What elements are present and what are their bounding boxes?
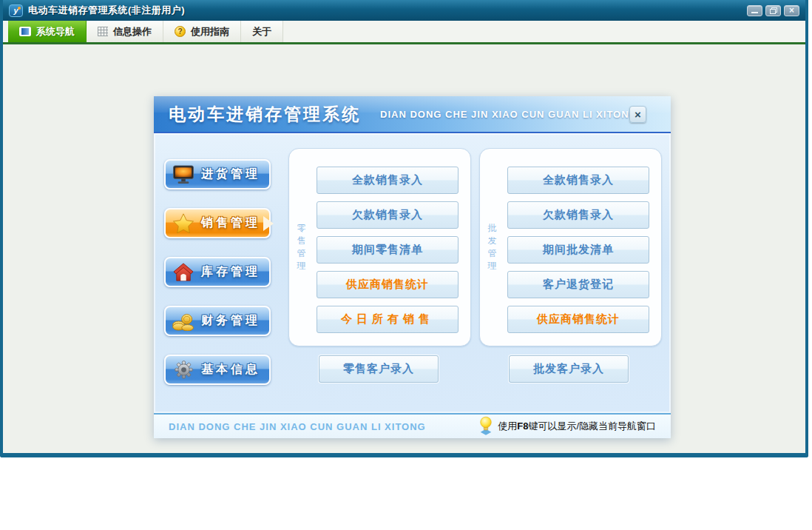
tab-label: 系统导航 <box>36 25 75 38</box>
minimize-button[interactable] <box>747 5 762 16</box>
help-coin-icon: ? <box>175 26 186 37</box>
wholesale-full-payment-sales-entry-button[interactable]: 全款销售录入 <box>507 167 649 194</box>
retail-panel: 零售管理 全款销售录入 欠款销售录入 期间零售清单 供应商销售统计 今日所有销售 <box>288 148 471 346</box>
footer-pinyin: DIAN DONG CHE JIN XIAO CUN GUAN LI XITON… <box>169 421 426 432</box>
dialog-body: 进货管理 销售管理 <box>154 133 671 413</box>
dialog-footer: DIAN DONG CHE JIN XIAO CUN GUAN LI XITON… <box>154 413 671 438</box>
star-icon <box>172 213 194 234</box>
lightbulb-icon <box>478 416 493 437</box>
wholesale-group-label: 批发管理 <box>487 222 498 272</box>
restore-button[interactable] <box>765 5 781 16</box>
tab-label: 使用指南 <box>191 25 229 38</box>
retail-supplier-sales-stats-button[interactable]: 供应商销售统计 <box>317 271 459 298</box>
dialog-close-button[interactable]: × <box>629 106 646 123</box>
retail-panel-buttons: 全款销售录入 欠款销售录入 期间零售清单 供应商销售统计 今日所有销售 <box>317 167 459 333</box>
dialog-title: 电动车进销存管理系统 <box>169 103 361 126</box>
menu-bar: 系统导航 信息操作 ? 使用指南 关于 <box>3 21 805 44</box>
sidebar-item-finance-management[interactable]: 财务管理 <box>164 306 271 336</box>
monitor-icon <box>172 164 194 185</box>
wholesale-panel-buttons: 全款销售录入 欠款销售录入 期间批发清单 客户退货登记 供应商销售统计 <box>507 167 649 333</box>
period-wholesale-list-button[interactable]: 期间批发清单 <box>507 236 649 264</box>
close-icon: × <box>789 6 794 15</box>
tab-about[interactable]: 关于 <box>241 21 283 42</box>
retail-group-label: 零售管理 <box>296 222 307 272</box>
dialog-header: 电动车进销存管理系统 DIAN DONG CHE JIN XIAO CUN GU… <box>154 96 671 133</box>
navigation-dialog: 电动车进销存管理系统 DIAN DONG CHE JIN XIAO CUN GU… <box>154 96 671 438</box>
tip-prefix: 使用 <box>498 420 517 432</box>
grid-icon <box>98 27 108 36</box>
dialog-close-icon: × <box>635 109 641 120</box>
tab-label: 信息操作 <box>113 25 152 38</box>
wholesale-customer-entry-button[interactable]: 批发客户录入 <box>509 355 629 383</box>
house-icon <box>172 262 194 283</box>
title-bar: y 电动车进销存管理系统(非注册用户) × <box>3 0 805 21</box>
sidebar-item-label: 销售管理 <box>201 215 260 231</box>
window-controls: × <box>747 5 799 16</box>
sidebar-item-inventory-management[interactable]: 库存管理 <box>164 257 271 287</box>
retail-customer-entry-button[interactable]: 零售客户录入 <box>319 355 439 383</box>
customer-return-registration-button[interactable]: 客户退货登记 <box>507 271 649 298</box>
period-retail-list-button[interactable]: 期间零售清单 <box>317 236 459 264</box>
sidebar-item-label: 基本信息 <box>201 362 260 378</box>
sidebar-item-basic-info[interactable]: 基本信息 <box>164 355 271 385</box>
tip-f8-key: F8 <box>517 420 528 432</box>
tab-user-guide[interactable]: ? 使用指南 <box>163 21 241 42</box>
sidebar-item-label: 库存管理 <box>201 264 260 280</box>
tab-system-nav[interactable]: 系统导航 <box>8 21 87 42</box>
footer-tip-text: 使用F8键可以显示/隐藏当前导航窗口 <box>498 420 656 433</box>
retail-credit-sales-entry-button[interactable]: 欠款销售录入 <box>317 201 459 229</box>
tip-suffix: 键可以显示/隐藏当前导航窗口 <box>528 420 656 432</box>
dialog-subtitle: DIAN DONG CHE JIN XIAO CUN GUAN LI XITON… <box>380 109 637 120</box>
restore-icon <box>770 7 777 14</box>
app-logo-icon: y <box>9 4 23 17</box>
coins-icon <box>172 311 194 332</box>
today-all-sales-button[interactable]: 今日所有销售 <box>317 306 459 333</box>
tab-label: 关于 <box>252 25 271 38</box>
wholesale-credit-sales-entry-button[interactable]: 欠款销售录入 <box>507 201 649 229</box>
sidebar-item-label: 进货管理 <box>201 167 260 182</box>
footer-tip: 使用F8键可以显示/隐藏当前导航窗口 <box>478 416 656 437</box>
wholesale-panel: 批发管理 全款销售录入 欠款销售录入 期间批发清单 客户退货登记 供应商销售统计 <box>479 148 662 346</box>
retail-full-payment-sales-entry-button[interactable]: 全款销售录入 <box>317 167 459 194</box>
close-button[interactable]: × <box>784 5 799 16</box>
gear-icon <box>172 360 194 380</box>
minimize-icon <box>751 12 758 13</box>
tab-info-operations[interactable]: 信息操作 <box>87 21 163 42</box>
sidebar-item-sales-management[interactable]: 销售管理 <box>164 208 271 238</box>
screen-icon <box>19 27 31 36</box>
sidebar-item-purchase-management[interactable]: 进货管理 <box>164 159 271 189</box>
window-title: 电动车进销存管理系统(非注册用户) <box>28 4 185 17</box>
sidebar-item-label: 财务管理 <box>201 313 260 329</box>
wholesale-supplier-sales-stats-button[interactable]: 供应商销售统计 <box>507 306 649 333</box>
